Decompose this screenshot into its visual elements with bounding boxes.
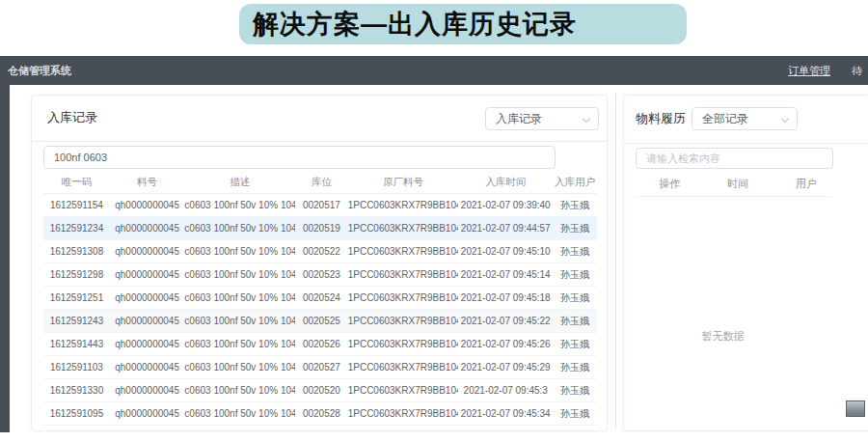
table-cell: c0603 100nf 50v 10% 104 — [184, 362, 295, 373]
table-cell: 2021-02-07 09:45:26 — [458, 339, 553, 349]
table-cell: 1PCC0603KRX7R9BB104 — [348, 269, 459, 280]
table-row[interactable]: 1612591298qh0000000045c0603 100nf 50v 10… — [43, 263, 597, 287]
nav-item-partial[interactable]: 待 — [852, 64, 862, 78]
table-row[interactable]: 1612591243qh0000000045c0603 100nf 50v 10… — [43, 310, 597, 333]
table-cell: 1PCC0603KRX7R9BB104 — [348, 385, 459, 396]
inbound-panel-title: 入库记录 — [47, 109, 97, 126]
history-header-divider — [624, 143, 868, 144]
table-cell: 2021-02-07 09:45:14 — [458, 269, 553, 280]
column-header: 入库时间 — [458, 176, 553, 189]
table-cell: 孙玉娥 — [553, 199, 597, 212]
history-search-input[interactable] — [636, 148, 833, 169]
table-row[interactable]: 1612591443qh0000000045c0603 100nf 50v 10… — [43, 333, 597, 356]
table-cell: qh0000000045 — [110, 385, 184, 396]
record-type-select-value: 入库记录 — [496, 111, 542, 127]
column-header: 用户 — [772, 177, 840, 191]
slide-title: 解决方案—出入库历史记录 — [253, 7, 577, 41]
table-row[interactable]: 1612591234qh0000000045c0603 100nf 50v 10… — [43, 217, 597, 240]
record-type-select[interactable]: 入库记录 — [485, 107, 599, 130]
table-cell: 1612591443 — [43, 339, 110, 349]
history-filter-select[interactable]: 全部记录 — [692, 107, 798, 130]
table-cell: 1612591243 — [43, 316, 110, 326]
table-cell: 1PCC0603KRX7R9BB104 — [348, 223, 459, 234]
table-row[interactable]: 1612591330qh0000000045c0603 100nf 50v 10… — [43, 379, 597, 402]
inbound-header-divider — [32, 141, 607, 142]
panel-divider — [615, 93, 616, 429]
table-cell: 1PCC0603KRX7R9BB104 — [348, 246, 459, 257]
table-cell: c0603 100nf 50v 10% 104 — [184, 269, 295, 280]
table-row[interactable]: 1612591103qh0000000045c0603 100nf 50v 10… — [43, 356, 597, 379]
table-cell: c0603 100nf 50v 10% 104 — [184, 385, 295, 396]
table-cell: 1PCC0603KRX7R9BB104 — [348, 316, 459, 326]
table-cell: qh0000000045 — [110, 200, 184, 210]
history-table-header: 操作 时间 用户 — [636, 177, 840, 191]
material-history-panel: 物料履历 全部记录 操作 时间 用户 暂无数据 — [623, 95, 868, 431]
history-filter-select-value: 全部记录 — [702, 111, 748, 127]
column-header: 时间 — [704, 177, 773, 191]
table-cell: c0603 100nf 50v 10% 104 — [184, 223, 295, 234]
empty-state-text: 暂无数据 — [624, 329, 822, 344]
table-cell: 1612591154 — [43, 200, 110, 210]
table-cell: 0020524 — [295, 292, 348, 303]
table-cell: qh0000000045 — [110, 269, 184, 280]
table-cell: 2021-02-07 09:45:18 — [458, 292, 553, 303]
table-cell: 2021-02-07 09:45:10 — [458, 246, 553, 257]
table-row[interactable]: 1612591308qh0000000045c0603 100nf 50v 10… — [43, 240, 597, 263]
table-cell: qh0000000045 — [110, 339, 184, 349]
table-cell: 1PCC0603KRX7R9BB104 — [348, 362, 459, 373]
table-cell: 1612591234 — [43, 223, 110, 234]
table-cell: 2021-02-07 09:45:3 — [458, 385, 553, 396]
table-cell: c0603 100nf 50v 10% 104 — [184, 339, 295, 349]
table-cell: 1PCC0603KRX7R9BB104 — [348, 200, 459, 210]
page: 解决方案—出入库历史记录 仓储管理系统 订单管理 待 入库记录 入库记录 — [0, 0, 868, 442]
inbound-search-input[interactable] — [43, 146, 556, 169]
table-row[interactable]: 1612591154qh0000000045c0603 100nf 50v 10… — [43, 194, 597, 217]
table-row[interactable]: 1612591251qh0000000045c0603 100nf 50v 10… — [43, 287, 597, 310]
history-panel-head: 物料履历 全部记录 — [636, 107, 798, 130]
table-cell: 1PCC0603KRX7R9BB104 — [348, 292, 459, 303]
table-cell: 1PCC0603KRX7R9BB104 — [348, 408, 459, 419]
inbound-table: 唯一码 料号 描述 库位 原厂料号 入库时间 入库用户 1612591154qh… — [43, 171, 597, 426]
table-cell: 2021-02-07 09:44:57 — [458, 223, 553, 234]
table-cell: 1612591308 — [43, 246, 110, 257]
table-cell: qh0000000045 — [110, 223, 184, 234]
table-cell: 0020517 — [295, 200, 348, 210]
table-row[interactable]: 1612591095qh0000000045c0603 100nf 50v 10… — [43, 402, 597, 426]
table-cell: 孙玉娥 — [553, 245, 597, 259]
table-cell: 1612591103 — [43, 362, 110, 373]
table-cell: 0020526 — [295, 339, 348, 349]
table-cell: qh0000000045 — [110, 246, 184, 257]
column-header: 原厂料号 — [348, 176, 459, 189]
table-cell: 孙玉娥 — [553, 291, 597, 305]
scrollbar-corner[interactable] — [846, 401, 865, 417]
table-cell: qh0000000045 — [110, 408, 184, 419]
table-cell: 2021-02-07 09:45:29 — [458, 362, 553, 373]
table-cell: 2021-02-07 09:39:40 — [458, 200, 553, 210]
nav-item-order-management[interactable]: 订单管理 — [788, 64, 830, 78]
table-cell: 0020522 — [295, 246, 348, 257]
table-cell: 0020528 — [295, 408, 348, 419]
inbound-table-header: 唯一码 料号 描述 库位 原厂料号 入库时间 入库用户 — [43, 171, 597, 194]
column-header: 料号 — [110, 176, 184, 189]
table-cell: c0603 100nf 50v 10% 104 — [184, 292, 295, 303]
history-table-divider — [636, 196, 832, 197]
column-header: 唯一码 — [43, 176, 110, 189]
table-cell: qh0000000045 — [110, 292, 184, 303]
table-cell: 孙玉娥 — [553, 315, 597, 328]
table-cell: 孙玉娥 — [553, 268, 597, 282]
table-cell: 1612591298 — [43, 269, 110, 280]
inbound-table-body: 1612591154qh0000000045c0603 100nf 50v 10… — [43, 194, 597, 426]
table-cell: 0020525 — [295, 316, 348, 326]
table-cell: c0603 100nf 50v 10% 104 — [184, 200, 295, 210]
table-cell: 0020519 — [295, 223, 348, 234]
table-cell: 2021-02-07 09:45:22 — [458, 316, 553, 326]
table-cell: 1612591251 — [43, 292, 110, 303]
column-header: 描述 — [184, 176, 295, 189]
table-cell: 1PCC0603KRX7R9BB104 — [348, 339, 459, 349]
table-cell: c0603 100nf 50v 10% 104 — [184, 408, 295, 419]
column-header: 入库用户 — [553, 176, 597, 189]
table-cell: 1612591095 — [43, 408, 110, 419]
table-cell: 0020520 — [295, 385, 348, 396]
column-header: 操作 — [636, 177, 704, 191]
table-cell: 孙玉娥 — [553, 361, 597, 374]
